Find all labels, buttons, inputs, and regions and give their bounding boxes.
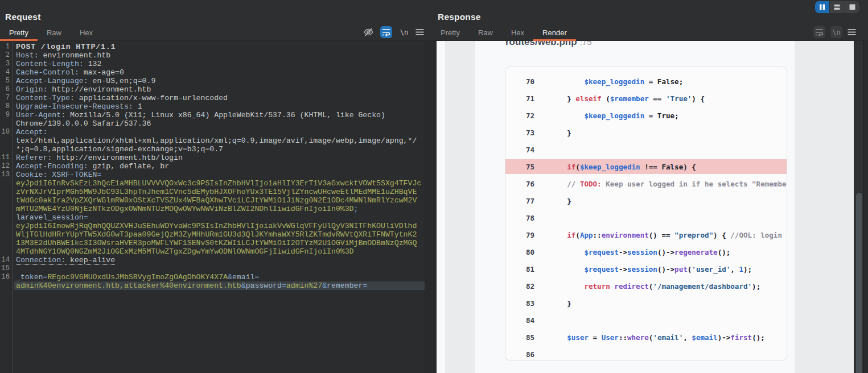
- request-line: 10Accept:: [0, 128, 425, 136]
- code-line-number: 81: [505, 265, 534, 273]
- request-line: Chrome/139.0.0.0 Safari/537.36: [0, 119, 425, 128]
- line-text: Host: environment.htb: [16, 51, 110, 60]
- hamburger-menu-icon: [416, 28, 424, 36]
- code-line-number: 73: [505, 129, 534, 137]
- request-line: tWdGc0akIra2VpZXQrWGlmRW0xOStXcTVSZUx4WF…: [0, 196, 425, 205]
- newline-glyph-icon: \n: [832, 28, 840, 36]
- word-wrap-toggle-on[interactable]: [380, 26, 392, 38]
- code-line: 85 $user = User::where('email', $email)-…: [505, 329, 787, 346]
- code-line-text: $request->session()->put('user_id', 1);: [534, 265, 752, 273]
- request-line: admin%40environment.htb,attacker%40envir…: [0, 281, 425, 290]
- code-line-highlighted: 75 if($keep_loggedin !== False) {: [505, 158, 787, 175]
- response-editor-menu-button[interactable]: [846, 26, 858, 38]
- layout-rows-button[interactable]: [830, 1, 844, 13]
- code-line-text: if(App::environment() == "preprod") { //…: [534, 231, 787, 239]
- code-line-text: // TODO: Keep user logged in if he selec…: [534, 180, 787, 188]
- line-text: text/html,application/xhtml+xml,applicat…: [16, 136, 417, 145]
- hamburger-menu-icon: [848, 28, 856, 36]
- show-newlines-toggle[interactable]: \n: [397, 26, 411, 38]
- line-text: 4MTdhNGY1OWQ0NGZmM2JiOGExMzM5MTUwZTgxZDg…: [16, 247, 354, 256]
- code-line-text: }: [534, 197, 571, 205]
- request-line: 1POST /login HTTP/1.1: [0, 43, 425, 51]
- request-line: 15: [0, 264, 425, 273]
- request-line: 4MTdhNGY1OWQ0NGZmM2JiOGExMzM5MTUwZTgxZDg…: [0, 247, 425, 256]
- code-line: 81 $request->session()->put('user_id', 1…: [505, 260, 787, 277]
- request-line: 13Cookie: XSRF-TOKEN=: [0, 171, 425, 179]
- layout-single-button[interactable]: [845, 1, 859, 13]
- code-line: 83 }: [505, 295, 787, 312]
- line-number: 1: [0, 43, 10, 51]
- code-line: 86: [505, 346, 787, 360]
- line-number: 6: [0, 85, 10, 94]
- code-line: 78: [505, 209, 787, 226]
- request-tab-hex[interactable]: Hex: [71, 25, 102, 40]
- line-text: eyJpdiI6ImowRjRqQmhQQUZXVHJuSEhuWDYvaWc9…: [16, 222, 417, 230]
- panel-splitter[interactable]: [425, 41, 437, 373]
- rendered-code-lines: 70 $keep_loggedin = False;71 } elseif ($…: [505, 73, 787, 360]
- line-text: eyJpdiI6InRvSkEzL3hQcE1aMHBLUVVVVQOxWc3c…: [16, 179, 421, 188]
- code-line: 74: [505, 141, 787, 158]
- response-panel-title: Response: [438, 12, 481, 22]
- response-tabs: PrettyRawHexRender: [431, 25, 576, 40]
- request-line: 2Host: environment.htb: [0, 51, 425, 60]
- repeater-layout-controls: [815, 1, 859, 13]
- request-panel-title: Request: [5, 12, 41, 22]
- rendered-page-left-strip: [437, 41, 445, 373]
- line-text: Accept-Language: en-US,en;q=0.9: [16, 77, 155, 85]
- burp-repeater-view: Request PrettyRawHex \n Response PrettyR…: [0, 0, 868, 373]
- layout-columns-button[interactable]: [815, 1, 829, 13]
- line-number: 9: [0, 111, 10, 119]
- hide-nonprinting-eye-slash-icon[interactable]: [363, 26, 375, 38]
- line-number: 2: [0, 51, 10, 60]
- line-text: zVrNXJrV1prMGh5MW9JbC93L3hpTnJhem1CVnc5d…: [16, 188, 417, 196]
- response-word-wrap-toggle-disabled[interactable]: [813, 26, 825, 38]
- code-line: 70 $keep_loggedin = False;: [505, 73, 787, 90]
- line-text: laravel_session=: [16, 213, 88, 222]
- code-line-text: $user = User::where('email', $email)->fi…: [534, 333, 765, 342]
- request-line: eyJpdiI6ImowRjRqQmhQQUZXVHJuSEhuWDYvaWc9…: [0, 222, 425, 230]
- line-number: 8: [0, 102, 10, 111]
- code-line-text: } elseif ($remember == 'True') {: [534, 94, 705, 103]
- code-line-number: 74: [505, 146, 534, 154]
- request-line: 7Content-Type: application/x-www-form-ur…: [0, 94, 425, 102]
- request-tab-pretty[interactable]: Pretty: [0, 25, 38, 40]
- line-text: _token=REgoc9V6MUOxdUsJMbSBVygImoZgOAgDh…: [16, 273, 259, 281]
- line-number: 16: [0, 273, 10, 281]
- request-line: laravel_session=: [0, 213, 425, 222]
- response-tab-hex[interactable]: Hex: [502, 25, 533, 40]
- request-editor-menu-button[interactable]: [414, 26, 426, 38]
- response-tab-render[interactable]: Render: [533, 25, 576, 40]
- request-line: 3Content-Length: 132: [0, 60, 425, 68]
- response-tab-pretty[interactable]: Pretty: [431, 25, 469, 40]
- response-scrollbar-thumb[interactable]: [856, 193, 862, 373]
- request-line: mMTU2MWE4YzU0NjEzNTkzODgxOWNmNTUzMDQwOWY…: [0, 205, 425, 213]
- code-line-text: $keep_loggedin = True;: [534, 111, 679, 120]
- window-right-edge-column: [863, 41, 868, 373]
- line-text: Accept:: [16, 128, 47, 136]
- request-line: 4Cache-Control: max-age=0: [0, 68, 425, 77]
- request-line: 6Origin: http://environment.htb: [0, 85, 425, 94]
- rows-layout-icon: [834, 4, 840, 10]
- line-number: 5: [0, 77, 10, 85]
- request-line: 16_token=REgoc9V6MUOxdUsJMbSBVygImoZgOAg…: [0, 273, 425, 281]
- code-line-text: $keep_loggedin = False;: [534, 77, 683, 86]
- response-tab-raw[interactable]: Raw: [469, 25, 502, 40]
- code-line-number: 72: [505, 111, 534, 120]
- line-text: Connection: keep-alive: [16, 256, 115, 264]
- code-line-text: if($keep_loggedin !== False) {: [534, 163, 696, 171]
- line-number: 13: [0, 171, 10, 179]
- line-text: WljTGlHdHRrYUpYTW5XdG0wT3paa09GejQzM3ZyM…: [16, 230, 417, 239]
- request-message-text: 1POST /login HTTP/1.12Host: environment.…: [0, 43, 425, 290]
- request-tab-raw[interactable]: Raw: [38, 25, 71, 40]
- request-line: 12Accept-Encoding: gzip, deflate, br: [0, 162, 425, 171]
- response-render-view: routes/web.php:75 70 $keep_loggedin = Fa…: [437, 41, 854, 373]
- request-line: text/html,application/xhtml+xml,applicat…: [0, 136, 425, 145]
- code-line: 73 }: [505, 124, 787, 141]
- line-text: Origin: http://environment.htb: [16, 85, 151, 94]
- request-line: 9User-Agent: Mozilla/5.0 (X11; Linux x86…: [0, 111, 425, 119]
- code-line: 82 return redirect('/management/dashboar…: [505, 277, 787, 295]
- code-line-text: }: [534, 299, 571, 308]
- response-show-newlines-toggle-disabled[interactable]: \n: [830, 26, 842, 38]
- word-wrap-icon: [815, 28, 824, 36]
- response-scrollbar-track[interactable]: [854, 41, 863, 373]
